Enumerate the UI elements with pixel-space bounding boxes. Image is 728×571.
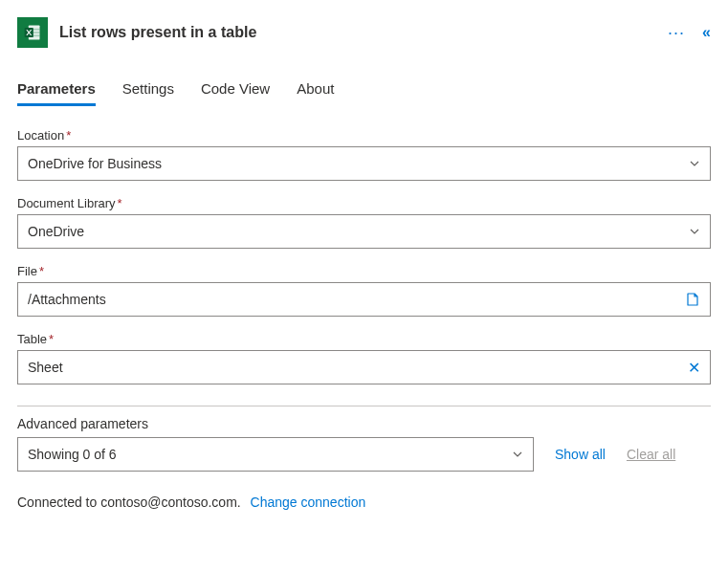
file-label-text: File [17,264,37,278]
required-marker: * [49,332,54,346]
connected-text: Connected to contoso@contoso.com. [17,494,241,510]
required-marker: * [118,196,122,210]
advanced-summary: Showing 0 of 6 [28,447,512,462]
change-connection-link[interactable]: Change connection [251,494,366,510]
field-table: Table* Sheet ✕ [17,332,711,384]
location-label: Location* [17,128,711,143]
table-label-text: Table [17,332,47,346]
location-label-text: Location [17,128,64,143]
file-label: File* [17,264,711,278]
more-icon[interactable]: ··· [668,23,685,43]
chevron-down-icon [689,226,700,237]
table-input[interactable]: Sheet ✕ [17,350,711,384]
field-location: Location* OneDrive for Business [17,128,711,181]
library-label: Document Library* [17,196,711,210]
card-header: List rows present in a table ··· « [17,17,711,48]
chevron-down-icon [689,158,700,169]
location-value: OneDrive for Business [28,156,689,171]
tab-settings[interactable]: Settings [122,75,174,106]
required-marker: * [66,128,71,143]
table-label: Table* [17,332,711,346]
folder-picker-icon[interactable] [685,292,700,307]
tab-parameters[interactable]: Parameters [17,75,96,106]
field-file: File* /Attachments [17,264,711,317]
header-actions: ··· « [668,23,711,43]
connection-footer: Connected to contoso@contoso.com. Change… [17,494,711,510]
advanced-row: Showing 0 of 6 Show all Clear all [17,437,711,472]
library-label-text: Document Library [17,196,116,210]
library-select[interactable]: OneDrive [17,214,711,249]
collapse-icon[interactable]: « [702,24,711,41]
show-all-link[interactable]: Show all [555,447,606,462]
advanced-label: Advanced parameters [17,416,711,431]
chevron-down-icon [512,449,523,460]
card-title: List rows present in a table [59,24,656,41]
advanced-select[interactable]: Showing 0 of 6 [17,437,534,472]
clear-icon[interactable]: ✕ [688,359,700,377]
tabs: Parameters Settings Code View About [17,75,711,107]
file-input[interactable]: /Attachments [17,282,711,317]
excel-icon [17,17,48,48]
divider [17,406,711,406]
library-value: OneDrive [28,224,689,239]
table-value: Sheet [28,360,688,375]
field-library: Document Library* OneDrive [17,196,711,249]
clear-all-link: Clear all [627,447,675,462]
file-value: /Attachments [28,292,685,307]
tab-about[interactable]: About [297,75,334,106]
tab-codeview[interactable]: Code View [201,75,270,106]
location-select[interactable]: OneDrive for Business [17,146,711,181]
required-marker: * [39,264,44,278]
